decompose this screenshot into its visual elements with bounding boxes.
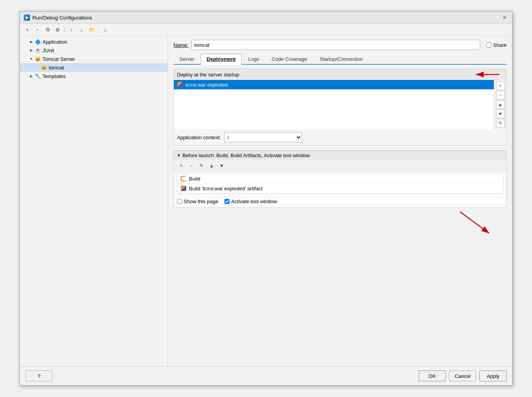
- deploy-list: tcms:war exploded: [174, 80, 494, 129]
- share-label: Share: [493, 42, 507, 48]
- bl-remove-button[interactable]: −: [187, 161, 196, 170]
- deploy-item-label: tcms:war exploded: [186, 82, 228, 88]
- deploy-remove-button[interactable]: −: [496, 91, 505, 99]
- deploy-down-button[interactable]: ▼: [496, 110, 505, 118]
- cancel-button[interactable]: Cancel: [449, 370, 476, 381]
- move-up-button[interactable]: ↑: [67, 25, 76, 34]
- title-bar-left: ▶ Run/Debug Configurations: [24, 14, 92, 21]
- deploy-up-button[interactable]: ▲: [496, 100, 505, 109]
- apply-button[interactable]: Apply: [479, 370, 507, 381]
- templates-icon: 🔧: [35, 73, 41, 79]
- close-button[interactable]: ✕: [501, 14, 508, 21]
- before-launch-arrow: ▼: [177, 153, 181, 158]
- share-area: Share: [486, 42, 507, 48]
- configurations-tree: ▶ 🔷 Application ▶ ☕ JUnit ▼ 🐱 Tomcat Ser…: [20, 36, 168, 366]
- name-input[interactable]: [191, 40, 480, 50]
- app-context-label: Application context:: [177, 135, 221, 140]
- deploy-item-icon: [177, 82, 183, 88]
- toolbar-separator-2: [98, 27, 99, 33]
- tomcat-server-label: Tomcat Server: [42, 56, 75, 62]
- bl-artifact-label: Build 'tcms:war exploded' artifact: [189, 186, 263, 191]
- before-launch-toolbar: + − ✎ ▲ ▼: [174, 160, 506, 172]
- tomcat-server-icon: 🐱: [35, 56, 41, 62]
- configurations-toolbar: + − ⧉ ⚙ ↑ ↓ 📁 ↕: [20, 24, 512, 36]
- name-field-label: Name:: [173, 42, 188, 48]
- app-context-row: Application context: / /tcms /app: [174, 129, 506, 145]
- expand-arrow-junit: ▶: [28, 48, 34, 53]
- artifact-icon: [177, 82, 183, 87]
- bl-edit-button[interactable]: ✎: [197, 161, 206, 170]
- name-row: Name: Share: [173, 40, 507, 50]
- configuration-tabs: Server Deployment Logs Code Coverage Sta…: [173, 54, 507, 65]
- application-icon: 🔷: [35, 39, 41, 45]
- tab-server[interactable]: Server: [173, 54, 200, 64]
- move-down-button[interactable]: ↓: [77, 25, 86, 34]
- expand-arrow-tomcat: ▼: [28, 56, 34, 62]
- before-launch-section: ▼ Before launch: Build, Build Artifacts,…: [173, 151, 507, 208]
- dialog-icon: ▶: [24, 14, 30, 21]
- expand-arrow-application: ▶: [28, 39, 34, 44]
- run-debug-configurations-dialog: ▶ Run/Debug Configurations ✕ + − ⧉ ⚙ ↑ ↓…: [19, 11, 513, 386]
- move-to-folder-button[interactable]: 📁: [87, 25, 96, 34]
- templates-label: Templates: [42, 73, 65, 79]
- bl-artifact-icon: [180, 185, 187, 191]
- sidebar-item-tomcat[interactable]: 🐱 tomcat: [20, 63, 168, 72]
- sort-button[interactable]: ↕: [101, 25, 110, 34]
- bl-item-build-artifact[interactable]: Build 'tcms:war exploded' artifact: [177, 184, 503, 193]
- tab-logs[interactable]: Logs: [242, 54, 265, 64]
- tab-startup-connection[interactable]: Startup/Connection: [314, 54, 369, 64]
- red-arrow-diagonal: [452, 208, 499, 239]
- before-launch-list: Build Build 'tcms:war exploded' artifact: [177, 174, 503, 194]
- bl-item-build[interactable]: Build: [177, 174, 503, 184]
- bl-down-button[interactable]: ▼: [217, 161, 226, 170]
- before-launch-label: Before launch: Build, Build Artifacts, A…: [182, 152, 310, 158]
- junit-icon: ☕: [35, 47, 41, 53]
- deploy-item-tcms[interactable]: tcms:war exploded: [174, 80, 494, 89]
- deploy-header-label: Deploy at the server startup: [177, 72, 239, 78]
- title-bar: ▶ Run/Debug Configurations ✕: [20, 12, 512, 24]
- remove-configuration-button[interactable]: −: [33, 25, 42, 34]
- deploy-section: Deploy at the server startup: [173, 69, 507, 146]
- bl-build-icon: [180, 175, 187, 182]
- deploy-main: tcms:war exploded + − ▲ ▼ ✎: [174, 80, 506, 129]
- application-label: Application: [42, 39, 67, 45]
- bl-build-label: Build: [189, 176, 200, 182]
- show-page-label: Show this page: [184, 198, 218, 204]
- checkboxes-row: Show this page Activate tool window: [174, 195, 506, 207]
- share-checkbox[interactable]: [486, 43, 491, 48]
- red-arrow-left: [472, 71, 503, 78]
- deploy-actions: + − ▲ ▼ ✎: [494, 80, 506, 129]
- junit-label: JUnit: [42, 48, 54, 53]
- deploy-header: Deploy at the server startup: [174, 69, 506, 80]
- show-page-checkbox[interactable]: [177, 199, 182, 204]
- activate-tool-window-checkbox[interactable]: [224, 199, 230, 204]
- sidebar-item-junit[interactable]: ▶ ☕ JUnit: [20, 46, 168, 55]
- bl-add-button[interactable]: +: [177, 161, 186, 170]
- right-panel: Name: Share Server Deployment Logs: [168, 36, 512, 366]
- sidebar-item-templates[interactable]: ▶ 🔧 Templates: [20, 72, 168, 80]
- help-button[interactable]: ?: [25, 370, 53, 381]
- tab-code-coverage[interactable]: Code Coverage: [266, 54, 313, 64]
- copy-configuration-button[interactable]: ⧉: [43, 25, 52, 34]
- sidebar-item-tomcat-server[interactable]: ▼ 🐱 Tomcat Server: [20, 55, 168, 63]
- app-context-select[interactable]: / /tcms /app: [224, 132, 302, 142]
- arrow-spacer: [173, 208, 507, 231]
- dialog-title: Run/Debug Configurations: [32, 15, 92, 21]
- deploy-edit-button[interactable]: ✎: [496, 119, 505, 128]
- before-launch-header[interactable]: ▼ Before launch: Build, Build Artifacts,…: [174, 151, 506, 160]
- tab-deployment[interactable]: Deployment: [201, 54, 241, 65]
- tomcat-label: tomcat: [49, 65, 64, 71]
- show-page-group: Show this page: [177, 198, 218, 204]
- add-configuration-button[interactable]: +: [23, 25, 32, 34]
- activate-tool-window-group: Activate tool window: [224, 198, 277, 204]
- bottom-right-buttons: OK Cancel Apply: [419, 370, 507, 381]
- main-body: ▶ 🔷 Application ▶ ☕ JUnit ▼ 🐱 Tomcat Ser…: [20, 36, 512, 366]
- ok-button[interactable]: OK: [419, 370, 446, 381]
- deploy-add-button[interactable]: +: [496, 82, 505, 90]
- bottom-bar: ? OK Cancel Apply: [20, 366, 512, 385]
- settings-button[interactable]: ⚙: [53, 25, 62, 34]
- sidebar-item-application[interactable]: ▶ 🔷 Application: [20, 37, 168, 46]
- toolbar-separator-1: [64, 27, 65, 33]
- bl-up-button[interactable]: ▲: [207, 161, 216, 170]
- expand-arrow-templates: ▶: [28, 73, 34, 79]
